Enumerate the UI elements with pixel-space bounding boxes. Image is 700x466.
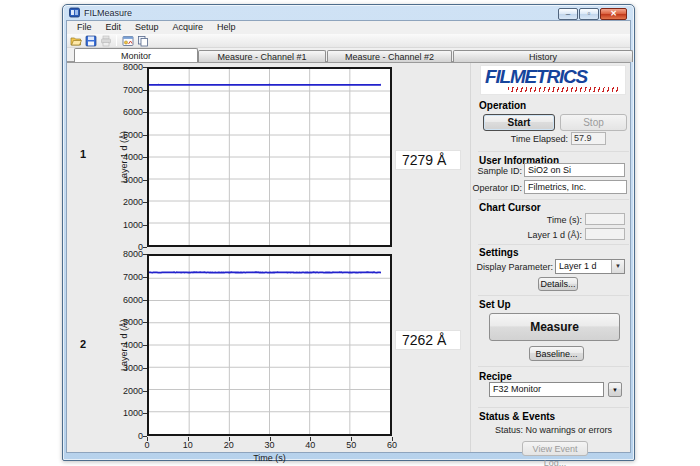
- logo-text: FILMETRICS: [481, 66, 625, 87]
- tab-measure-channel-1[interactable]: Measure - Channel #1: [198, 50, 326, 62]
- cursor-layer-value: [585, 228, 625, 240]
- y-tick-mark: [143, 180, 147, 181]
- app-icon: [69, 7, 80, 18]
- y-tick-label: 1000: [111, 408, 143, 418]
- measure-button[interactable]: Measure: [489, 313, 620, 341]
- tab-monitor[interactable]: Monitor: [74, 48, 198, 62]
- x-tick-mark: [351, 437, 352, 441]
- y-tick-mark: [143, 247, 147, 248]
- status-events-heading: Status & Events: [479, 411, 555, 422]
- chevron-down-icon[interactable]: ▼: [611, 260, 624, 273]
- cursor-time-label: Time (s):: [502, 215, 582, 225]
- logo-hatch-marks: [508, 87, 620, 92]
- x-tick-label: 60: [380, 440, 404, 450]
- stop-button: Stop: [560, 114, 627, 131]
- tab-strip: Monitor Measure - Channel #1 Measure - C…: [67, 48, 630, 62]
- y-tick-mark: [143, 67, 147, 68]
- y-tick-mark: [143, 368, 147, 369]
- app-window: FILMeasure – ▫ ✕ File Edit Setup Acquire…: [62, 4, 635, 461]
- channel-2-thickness-readout: 7262 Å: [395, 330, 461, 350]
- status-text: Status: No warnings or errors: [472, 425, 635, 435]
- title-bar[interactable]: FILMeasure – ▫ ✕: [63, 5, 634, 20]
- x-tick-label: 30: [258, 440, 282, 450]
- recipe-dropdown-button[interactable]: ▼: [608, 382, 622, 397]
- x-axis-title: Time (s): [147, 453, 392, 463]
- section-separator: [478, 244, 629, 245]
- section-separator: [478, 366, 629, 367]
- operator-id-field[interactable]: [524, 180, 627, 194]
- data-line-channel-2: [149, 272, 381, 273]
- x-tick-label: 40: [298, 440, 322, 450]
- open-file-icon[interactable]: [69, 34, 82, 47]
- section-separator: [478, 295, 629, 296]
- time-elapsed-value: 57.9: [571, 132, 606, 145]
- channel-1-label: 1: [73, 148, 93, 160]
- sample-id-label: Sample ID:: [472, 166, 522, 176]
- window-title: FILMeasure: [84, 8, 132, 18]
- section-separator: [478, 407, 629, 408]
- y-tick-mark: [143, 202, 147, 203]
- recipe-heading: Recipe: [479, 371, 512, 382]
- maximize-icon: ▫: [588, 9, 591, 18]
- menu-setup[interactable]: Setup: [128, 21, 166, 34]
- maximize-button[interactable]: ▫: [579, 8, 599, 20]
- control-panel: FILMETRICS Operation Start Stop Time Ela…: [472, 63, 635, 452]
- minimize-button[interactable]: –: [558, 8, 578, 20]
- y-tick-label: 7000: [111, 85, 143, 95]
- y-tick-mark: [143, 413, 147, 414]
- x-tick-mark: [310, 437, 311, 441]
- y-tick-mark: [143, 254, 147, 255]
- start-button[interactable]: Start: [483, 114, 555, 131]
- y-axis-title: Layer 1 d (Å): [119, 285, 131, 405]
- time-elapsed-label: Time Elapsed:: [482, 134, 568, 144]
- menu-help[interactable]: Help: [210, 21, 243, 34]
- menu-acquire[interactable]: Acquire: [166, 21, 211, 34]
- tab-measure-channel-2[interactable]: Measure - Channel #2: [327, 50, 452, 62]
- y-tick-mark: [143, 391, 147, 392]
- menu-bar: File Edit Setup Acquire Help: [67, 21, 630, 34]
- tab-history[interactable]: History: [453, 50, 633, 62]
- x-tick-mark: [147, 437, 148, 441]
- x-tick-mark: [270, 437, 271, 441]
- y-tick-mark: [143, 225, 147, 226]
- details-button[interactable]: Details...: [538, 277, 578, 291]
- view-event-log-button: View Event Log...: [522, 441, 588, 456]
- desktop-background: FILMeasure – ▫ ✕ File Edit Setup Acquire…: [0, 0, 700, 466]
- cursor-layer-label: Layer 1 d (Å):: [502, 230, 582, 240]
- channel-1-thickness-readout: 7279 Å: [395, 150, 461, 170]
- recipe-select[interactable]: F32 Monitor: [489, 382, 604, 397]
- set-up-heading: Set Up: [479, 299, 511, 310]
- minimize-icon: –: [566, 9, 570, 18]
- y-axis-title: Layer 1 d (Å): [119, 97, 131, 217]
- settings-heading: Settings: [479, 247, 518, 258]
- section-separator: [478, 151, 629, 152]
- chevron-down-icon: ▼: [612, 387, 618, 393]
- sample-id-field[interactable]: [524, 163, 625, 177]
- display-parameter-select[interactable]: Layer 1 d ▼: [555, 259, 625, 274]
- x-tick-label: 20: [217, 440, 241, 450]
- menu-file[interactable]: File: [70, 21, 99, 34]
- y-tick-mark: [143, 322, 147, 323]
- x-tick-mark: [188, 437, 189, 441]
- close-button[interactable]: ✕: [600, 8, 627, 20]
- chart-area: 1 2 7279 Å 7262 Å 0100020003000400050006…: [67, 63, 469, 452]
- baseline-button[interactable]: Baseline...: [529, 346, 584, 361]
- export-chart-icon[interactable]: [121, 34, 134, 47]
- filmetrics-logo: FILMETRICS: [480, 65, 626, 95]
- print-icon: [99, 34, 112, 47]
- chart-cursor-heading: Chart Cursor: [479, 202, 541, 213]
- y-tick-label: 7000: [111, 272, 143, 282]
- chart-canvas: [149, 256, 390, 434]
- menu-edit[interactable]: Edit: [99, 21, 129, 34]
- y-tick-mark: [143, 90, 147, 91]
- copy-icon[interactable]: [136, 34, 149, 47]
- save-icon[interactable]: [84, 34, 97, 47]
- display-parameter-value: Layer 1 d: [556, 260, 611, 273]
- plot-channel-2[interactable]: [147, 254, 392, 436]
- x-tick-label: 0: [135, 440, 159, 450]
- toolbar: [67, 34, 630, 48]
- y-tick-mark: [143, 300, 147, 301]
- chart-canvas: [149, 69, 390, 245]
- x-tick-label: 50: [339, 440, 363, 450]
- plot-channel-1[interactable]: [147, 67, 392, 247]
